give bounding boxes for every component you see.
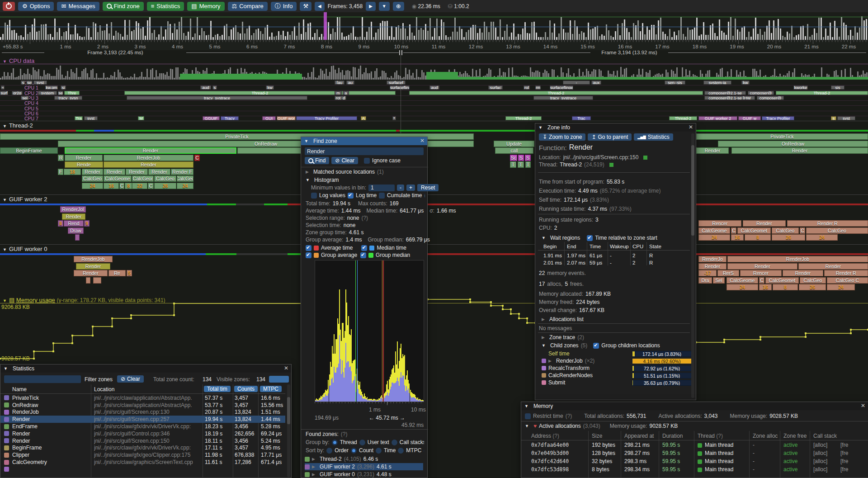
child-zone-row[interactable]: CalcRenderNodes51.51 μs (1.15%) [542,372,691,379]
wait-col-header[interactable]: State [649,244,661,249]
statistics-row[interactable]: CalcGeometryjni/../jni/src/claw/graphics… [0,459,285,466]
memory-titlebar[interactable]: ▼Memory✕ [521,402,868,410]
cumulate-time-checkbox[interactable] [379,193,385,199]
zone-search-input[interactable] [305,147,424,155]
location-row[interactable]: Location:jni/../jni/src/guif/Screen.cpp:… [539,154,647,161]
alloc-col-header[interactable]: Address (?) [531,433,559,439]
alloc-callstack[interactable]: [alloc] [813,458,827,464]
wait-col-header[interactable]: CPU [632,244,643,249]
min-bin-input[interactable] [368,185,395,191]
alloc-address[interactable]: 0x7dfc42d640 [531,458,569,464]
column-total-time[interactable]: Total tim [204,386,231,392]
allocation-row[interactable]: 0x7dfaa64e00192 bytes298.21 ms59.95 sMai… [521,442,868,450]
column-name[interactable]: Name [12,386,27,393]
alloc-col-header[interactable]: Size [592,433,602,439]
found-zone-group[interactable]: ▶GUIF worker 2(3,296)4.61 s [305,463,423,470]
allocation-row[interactable]: 0x7e049b3d00128 bytes298.27 ms59.95 sMai… [521,450,868,458]
close-icon[interactable]: ✕ [284,365,288,371]
radio-count[interactable] [351,448,357,454]
wait-regions-header[interactable]: ▼Wait regionsTime relative to zone start [542,235,657,241]
free-callstack[interactable]: [fre [840,450,848,456]
column-counts[interactable]: Counts [234,386,258,392]
go-to-parent-button[interactable]: ↥Go to parent [588,133,632,141]
alloc-appeared[interactable]: 298.34 ms [624,466,650,473]
relative-time-checkbox[interactable] [587,235,593,241]
found-zone-group[interactable]: ▶Thread-2(4,105)6.46 s [305,455,423,463]
allocation-row[interactable]: 0x7dfc42d64032 bytes298.3 ms59.95 sMain … [521,458,868,466]
histogram-plot[interactable] [315,260,424,402]
alloc-appeared[interactable]: 298.21 ms [624,442,650,448]
statistics-row[interactable]: OnRedrawjni/../jni/src/claw/application/… [0,402,285,409]
allocations-list[interactable]: ▶Allocations list [542,316,584,322]
statistics-scrollbar[interactable] [287,384,290,477]
alloc-callstack[interactable]: [alloc] [813,450,827,456]
radio-mtpc[interactable] [398,448,404,454]
free-callstack[interactable]: [fre [840,458,848,464]
group-avg-checkbox[interactable] [306,252,311,258]
filter-zones-input[interactable] [4,375,81,383]
zone-info-titlebar[interactable]: ▼Zone info✕ [535,123,696,132]
alloc-col-header[interactable]: Appeared at [624,433,654,439]
free-callstack[interactable]: [fre [840,466,848,473]
log-values-checkbox[interactable] [311,193,317,199]
radio-thread[interactable] [332,440,338,445]
column-location[interactable]: Location [94,386,114,393]
radio-call-stacks[interactable] [392,440,397,445]
close-icon[interactable]: ✕ [861,402,865,409]
statistics-row[interactable]: Renderjni/../jni/src/guif/Screen.cpp:257… [0,416,285,423]
radio-user-text[interactable] [359,440,365,445]
alloc-address[interactable]: 0x7dfaa64e00 [531,442,569,448]
alloc-callstack[interactable]: [alloc] [813,466,827,473]
alloc-col-header[interactable]: Zone alloc [753,433,778,439]
child-zones-header[interactable]: ▼Child zones(5)Group children locations [542,342,660,349]
zone-statistics-button[interactable]: ▂▅▇Statistics [634,133,673,141]
avg-time-checkbox[interactable] [306,245,311,251]
alloc-address[interactable]: 0x7e049b3d00 [531,450,569,456]
alloc-col-header[interactable]: Duration [662,433,683,439]
active-allocations-header[interactable]: ▼ ♥ Active allocations(3,043) Memory usa… [525,423,678,429]
radio-time[interactable] [376,448,382,454]
restrict-time-checkbox[interactable] [525,413,531,419]
statistics-row[interactable]: PrivateTickjni/../jni/src/claw/applicati… [0,394,285,402]
zone-info-scrollbar[interactable] [691,133,694,398]
alloc-address[interactable]: 0x7dfc53d898 [531,466,569,473]
bin-minus-button[interactable]: - [397,185,404,191]
column-mtpc[interactable]: MTPC [260,386,282,392]
wait-col-header[interactable]: Wakeup [610,244,629,249]
ignore-case-checkbox[interactable] [364,158,370,164]
free-callstack[interactable]: [fre [840,442,848,448]
allocation-row[interactable]: 0x7dfc53d8988 bytes298.34 ms59.95 sMain … [521,466,868,474]
statistics-row[interactable]: EndFramejni/../jni/src/claw/gfx/drv/vk/D… [0,423,285,430]
statistics-titlebar[interactable]: ▼Statistics✕ [0,364,291,373]
zoom-to-zone-button[interactable]: ↧Zoom to zone [539,133,585,141]
clear-button[interactable]: ⊘Clear [331,157,358,164]
log-time-checkbox[interactable] [348,193,354,199]
alloc-callstack[interactable]: [alloc] [813,442,827,448]
alloc-col-header[interactable]: Zone free [783,433,807,439]
find-zone-titlebar[interactable]: ▼Find zone✕ [301,137,427,145]
zone-trace[interactable]: ▶Zone trace(2) [542,334,584,341]
child-zone-row[interactable]: ▶RenderJob(×2)4.16 ms (92.60%) [542,358,691,364]
statistics-row[interactable]: Clipperjni/../jni/src/claw/gfx/geo/Clipp… [0,451,285,459]
reset-button[interactable]: Reset [417,184,439,191]
wait-col-header[interactable]: End [567,244,576,249]
histogram-section[interactable]: ▼Histogram [306,177,339,183]
clipped-button[interactable] [269,376,289,383]
alloc-appeared[interactable]: 298.27 ms [624,450,650,456]
child-zone-row[interactable]: Submit35.63 μs (0.79%) [542,379,691,386]
statistics-row[interactable]: Renderjni/../jni/src/guif/Control.cpp:34… [0,430,285,437]
matched-source-locations[interactable]: ▶Matched source locations(1) [306,169,384,175]
median-time-checkbox[interactable] [361,245,367,251]
clear-filter-button[interactable]: ⊘Clear [117,375,144,383]
child-zone-row[interactable]: Self time172.14 μs (3.83%) [542,350,691,357]
find-button[interactable]: Find [305,157,329,164]
child-zone-row[interactable]: RecalcTransform72.92 μs (1.62%) [542,365,691,371]
alloc-appeared[interactable]: 298.3 ms [624,458,646,464]
radio-order[interactable] [326,448,332,454]
statistics-row[interactable]: BeginFramejni/../jni/src/claw/gfx/drv/vk… [0,445,285,452]
group-median-checkbox[interactable] [360,252,366,258]
group-children-checkbox[interactable] [593,343,599,349]
close-icon[interactable]: ✕ [420,137,425,144]
wait-col-header[interactable]: Begin [543,244,557,249]
statistics-row[interactable] [0,466,285,473]
